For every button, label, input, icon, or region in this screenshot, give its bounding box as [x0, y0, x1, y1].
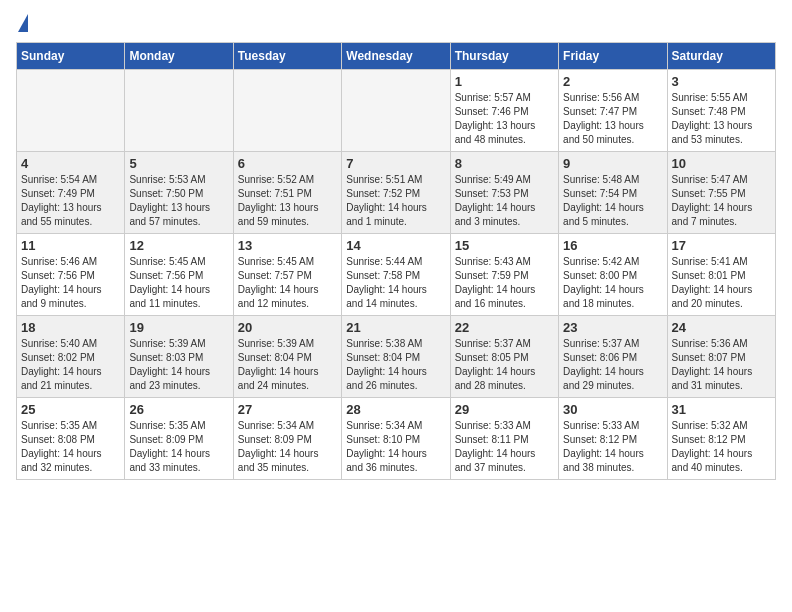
- calendar-cell: 19Sunrise: 5:39 AM Sunset: 8:03 PM Dayli…: [125, 316, 233, 398]
- day-info: Sunrise: 5:32 AM Sunset: 8:12 PM Dayligh…: [672, 419, 771, 475]
- weekday-header-wednesday: Wednesday: [342, 43, 450, 70]
- calendar-cell: 20Sunrise: 5:39 AM Sunset: 8:04 PM Dayli…: [233, 316, 341, 398]
- day-number: 30: [563, 402, 662, 417]
- weekday-header-monday: Monday: [125, 43, 233, 70]
- calendar-cell: 23Sunrise: 5:37 AM Sunset: 8:06 PM Dayli…: [559, 316, 667, 398]
- day-number: 10: [672, 156, 771, 171]
- calendar-cell: [233, 70, 341, 152]
- calendar-cell: 2Sunrise: 5:56 AM Sunset: 7:47 PM Daylig…: [559, 70, 667, 152]
- day-info: Sunrise: 5:35 AM Sunset: 8:08 PM Dayligh…: [21, 419, 120, 475]
- calendar-cell: 5Sunrise: 5:53 AM Sunset: 7:50 PM Daylig…: [125, 152, 233, 234]
- calendar-cell: 8Sunrise: 5:49 AM Sunset: 7:53 PM Daylig…: [450, 152, 558, 234]
- calendar-cell: 24Sunrise: 5:36 AM Sunset: 8:07 PM Dayli…: [667, 316, 775, 398]
- calendar-cell: 14Sunrise: 5:44 AM Sunset: 7:58 PM Dayli…: [342, 234, 450, 316]
- day-info: Sunrise: 5:45 AM Sunset: 7:57 PM Dayligh…: [238, 255, 337, 311]
- day-info: Sunrise: 5:36 AM Sunset: 8:07 PM Dayligh…: [672, 337, 771, 393]
- calendar-cell: 25Sunrise: 5:35 AM Sunset: 8:08 PM Dayli…: [17, 398, 125, 480]
- day-info: Sunrise: 5:52 AM Sunset: 7:51 PM Dayligh…: [238, 173, 337, 229]
- day-info: Sunrise: 5:33 AM Sunset: 8:11 PM Dayligh…: [455, 419, 554, 475]
- calendar-cell: 17Sunrise: 5:41 AM Sunset: 8:01 PM Dayli…: [667, 234, 775, 316]
- day-number: 8: [455, 156, 554, 171]
- day-info: Sunrise: 5:48 AM Sunset: 7:54 PM Dayligh…: [563, 173, 662, 229]
- weekday-header-friday: Friday: [559, 43, 667, 70]
- day-info: Sunrise: 5:53 AM Sunset: 7:50 PM Dayligh…: [129, 173, 228, 229]
- weekday-header-saturday: Saturday: [667, 43, 775, 70]
- day-number: 11: [21, 238, 120, 253]
- page-header: [16, 16, 776, 30]
- logo-arrow-icon: [18, 14, 28, 32]
- day-number: 15: [455, 238, 554, 253]
- calendar-cell: 13Sunrise: 5:45 AM Sunset: 7:57 PM Dayli…: [233, 234, 341, 316]
- calendar-cell: 29Sunrise: 5:33 AM Sunset: 8:11 PM Dayli…: [450, 398, 558, 480]
- weekday-header-sunday: Sunday: [17, 43, 125, 70]
- day-number: 4: [21, 156, 120, 171]
- day-info: Sunrise: 5:44 AM Sunset: 7:58 PM Dayligh…: [346, 255, 445, 311]
- day-number: 27: [238, 402, 337, 417]
- weekday-header-thursday: Thursday: [450, 43, 558, 70]
- day-info: Sunrise: 5:43 AM Sunset: 7:59 PM Dayligh…: [455, 255, 554, 311]
- calendar-cell: [125, 70, 233, 152]
- day-number: 20: [238, 320, 337, 335]
- calendar-week-row: 11Sunrise: 5:46 AM Sunset: 7:56 PM Dayli…: [17, 234, 776, 316]
- calendar-cell: 3Sunrise: 5:55 AM Sunset: 7:48 PM Daylig…: [667, 70, 775, 152]
- calendar-table: SundayMondayTuesdayWednesdayThursdayFrid…: [16, 42, 776, 480]
- day-number: 25: [21, 402, 120, 417]
- day-number: 23: [563, 320, 662, 335]
- day-number: 3: [672, 74, 771, 89]
- day-number: 17: [672, 238, 771, 253]
- calendar-cell: 21Sunrise: 5:38 AM Sunset: 8:04 PM Dayli…: [342, 316, 450, 398]
- calendar-cell: 28Sunrise: 5:34 AM Sunset: 8:10 PM Dayli…: [342, 398, 450, 480]
- day-info: Sunrise: 5:57 AM Sunset: 7:46 PM Dayligh…: [455, 91, 554, 147]
- day-info: Sunrise: 5:38 AM Sunset: 8:04 PM Dayligh…: [346, 337, 445, 393]
- day-number: 22: [455, 320, 554, 335]
- day-info: Sunrise: 5:34 AM Sunset: 8:10 PM Dayligh…: [346, 419, 445, 475]
- calendar-cell: 26Sunrise: 5:35 AM Sunset: 8:09 PM Dayli…: [125, 398, 233, 480]
- calendar-cell: 31Sunrise: 5:32 AM Sunset: 8:12 PM Dayli…: [667, 398, 775, 480]
- day-info: Sunrise: 5:42 AM Sunset: 8:00 PM Dayligh…: [563, 255, 662, 311]
- day-number: 6: [238, 156, 337, 171]
- calendar-cell: 7Sunrise: 5:51 AM Sunset: 7:52 PM Daylig…: [342, 152, 450, 234]
- day-number: 12: [129, 238, 228, 253]
- day-info: Sunrise: 5:55 AM Sunset: 7:48 PM Dayligh…: [672, 91, 771, 147]
- day-number: 31: [672, 402, 771, 417]
- calendar-cell: [17, 70, 125, 152]
- day-number: 9: [563, 156, 662, 171]
- calendar-cell: 22Sunrise: 5:37 AM Sunset: 8:05 PM Dayli…: [450, 316, 558, 398]
- day-info: Sunrise: 5:37 AM Sunset: 8:05 PM Dayligh…: [455, 337, 554, 393]
- calendar-cell: 4Sunrise: 5:54 AM Sunset: 7:49 PM Daylig…: [17, 152, 125, 234]
- day-info: Sunrise: 5:39 AM Sunset: 8:03 PM Dayligh…: [129, 337, 228, 393]
- day-number: 14: [346, 238, 445, 253]
- weekday-header-row: SundayMondayTuesdayWednesdayThursdayFrid…: [17, 43, 776, 70]
- day-number: 13: [238, 238, 337, 253]
- calendar-week-row: 1Sunrise: 5:57 AM Sunset: 7:46 PM Daylig…: [17, 70, 776, 152]
- calendar-cell: 12Sunrise: 5:45 AM Sunset: 7:56 PM Dayli…: [125, 234, 233, 316]
- calendar-cell: [342, 70, 450, 152]
- day-info: Sunrise: 5:37 AM Sunset: 8:06 PM Dayligh…: [563, 337, 662, 393]
- calendar-cell: 11Sunrise: 5:46 AM Sunset: 7:56 PM Dayli…: [17, 234, 125, 316]
- day-number: 16: [563, 238, 662, 253]
- day-number: 18: [21, 320, 120, 335]
- calendar-cell: 6Sunrise: 5:52 AM Sunset: 7:51 PM Daylig…: [233, 152, 341, 234]
- day-number: 1: [455, 74, 554, 89]
- day-info: Sunrise: 5:33 AM Sunset: 8:12 PM Dayligh…: [563, 419, 662, 475]
- day-number: 29: [455, 402, 554, 417]
- logo: [16, 16, 28, 30]
- weekday-header-tuesday: Tuesday: [233, 43, 341, 70]
- day-info: Sunrise: 5:49 AM Sunset: 7:53 PM Dayligh…: [455, 173, 554, 229]
- calendar-cell: 30Sunrise: 5:33 AM Sunset: 8:12 PM Dayli…: [559, 398, 667, 480]
- calendar-week-row: 4Sunrise: 5:54 AM Sunset: 7:49 PM Daylig…: [17, 152, 776, 234]
- day-info: Sunrise: 5:40 AM Sunset: 8:02 PM Dayligh…: [21, 337, 120, 393]
- day-info: Sunrise: 5:34 AM Sunset: 8:09 PM Dayligh…: [238, 419, 337, 475]
- day-info: Sunrise: 5:45 AM Sunset: 7:56 PM Dayligh…: [129, 255, 228, 311]
- calendar-cell: 9Sunrise: 5:48 AM Sunset: 7:54 PM Daylig…: [559, 152, 667, 234]
- day-info: Sunrise: 5:56 AM Sunset: 7:47 PM Dayligh…: [563, 91, 662, 147]
- calendar-cell: 27Sunrise: 5:34 AM Sunset: 8:09 PM Dayli…: [233, 398, 341, 480]
- calendar-cell: 1Sunrise: 5:57 AM Sunset: 7:46 PM Daylig…: [450, 70, 558, 152]
- calendar-cell: 15Sunrise: 5:43 AM Sunset: 7:59 PM Dayli…: [450, 234, 558, 316]
- day-info: Sunrise: 5:46 AM Sunset: 7:56 PM Dayligh…: [21, 255, 120, 311]
- day-number: 19: [129, 320, 228, 335]
- day-number: 21: [346, 320, 445, 335]
- day-info: Sunrise: 5:35 AM Sunset: 8:09 PM Dayligh…: [129, 419, 228, 475]
- day-number: 2: [563, 74, 662, 89]
- day-info: Sunrise: 5:47 AM Sunset: 7:55 PM Dayligh…: [672, 173, 771, 229]
